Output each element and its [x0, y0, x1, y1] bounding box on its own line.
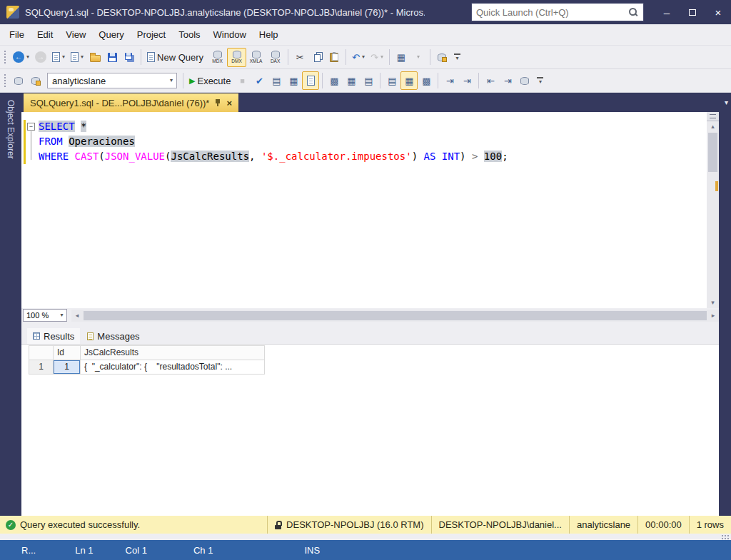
- estimated-plan-button[interactable]: ▩: [326, 71, 343, 90]
- save-button[interactable]: [104, 48, 121, 66]
- save-all-button[interactable]: [121, 48, 138, 66]
- add-item-icon: [71, 52, 79, 62]
- scroll-down-icon[interactable]: ▾: [707, 297, 719, 308]
- parse-button[interactable]: ✔: [251, 71, 268, 90]
- insert-mode-indicator: INS: [304, 545, 320, 556]
- grid-corner-cell[interactable]: [29, 346, 54, 360]
- sql-editor-toolbar: analyticslane ▾ ▶ Execute ■ ✔ ▤ ▦ ▩ ▦ ▤ …: [0, 69, 731, 93]
- add-item-button[interactable]: ▾: [68, 48, 86, 66]
- column-header-id[interactable]: Id: [54, 346, 81, 360]
- redo-button[interactable]: ↷ ▾: [368, 48, 386, 66]
- quick-launch-box[interactable]: [471, 3, 644, 21]
- new-query-button[interactable]: New Query: [144, 48, 208, 66]
- activity-monitor-button[interactable]: [433, 48, 450, 66]
- document-list-caret-icon[interactable]: ▾: [725, 98, 728, 106]
- decrease-indent-button[interactable]: ⇤: [482, 71, 499, 90]
- column-header-jscalcresults[interactable]: JsCalcResults: [81, 346, 265, 360]
- menu-window[interactable]: Window: [207, 24, 253, 46]
- quick-launch-input[interactable]: [472, 7, 629, 18]
- toolbar-grip[interactable]: [4, 73, 6, 88]
- toolbar-separator: [380, 73, 380, 88]
- copy-button[interactable]: [308, 48, 326, 66]
- redo-caret-icon: ▾: [380, 54, 383, 60]
- back-history-caret-icon: ▾: [26, 54, 29, 60]
- tab-results[interactable]: Results: [27, 328, 80, 344]
- comment-button[interactable]: ⇥: [441, 71, 458, 90]
- cancel-query-button[interactable]: ■: [233, 71, 251, 90]
- toolbar1-overflow-button[interactable]: ▾: [454, 54, 460, 61]
- scroll-right-icon[interactable]: ▸: [707, 312, 719, 319]
- sqlcmd-mode-button[interactable]: [516, 71, 533, 90]
- code-line[interactable]: WHERE CAST(JSON_VALUE(JsCalcResults, '$.…: [39, 149, 719, 164]
- toolbar-grip[interactable]: [4, 50, 6, 64]
- uncomment-icon: ⇥: [463, 76, 471, 86]
- forward-icon: →: [35, 51, 46, 63]
- tab-close-icon[interactable]: ×: [226, 98, 232, 108]
- results-to-text-button[interactable]: ▤: [383, 71, 400, 90]
- results-to-file-button[interactable]: ▩: [418, 71, 435, 90]
- designer-options-button[interactable]: ▾: [410, 48, 427, 66]
- menu-file[interactable]: File: [3, 24, 31, 46]
- menu-project[interactable]: Project: [131, 24, 172, 46]
- zoom-combo[interactable]: 100 % ▾: [23, 309, 67, 322]
- new-project-button[interactable]: ▾: [49, 48, 68, 66]
- query-designer-button[interactable]: ▦: [393, 48, 410, 66]
- intellisense-icon: [307, 76, 315, 86]
- id-value-cell[interactable]: 1: [54, 360, 81, 375]
- navigate-forward-button[interactable]: →: [32, 48, 49, 66]
- intellisense-button[interactable]: [302, 71, 319, 90]
- change-connection-button[interactable]: [27, 71, 44, 90]
- object-explorer-autohide-tab[interactable]: Object Explorer: [0, 93, 21, 516]
- close-button[interactable]: ×: [705, 0, 731, 24]
- tab-sqlquery1[interactable]: SQLQuery1.sql - DE...POLJBJ\daniel (76))…: [24, 93, 238, 112]
- code-editor[interactable]: − SELECT *FROM OperacionesWHERE CAST(JSO…: [21, 112, 719, 308]
- row-header-cell[interactable]: 1: [29, 360, 54, 375]
- scrollbar-track[interactable]: [707, 173, 719, 297]
- scroll-left-icon[interactable]: ◂: [71, 312, 83, 319]
- maximize-button[interactable]: [680, 0, 705, 24]
- pane-splitter[interactable]: [21, 322, 719, 328]
- results-to-grid-button[interactable]: ▦: [400, 71, 418, 90]
- menu-tools[interactable]: Tools: [172, 24, 206, 46]
- tab-messages[interactable]: Messages: [81, 328, 145, 344]
- connect-button[interactable]: [10, 71, 27, 90]
- code-lines[interactable]: SELECT *FROM OperacionesWHERE CAST(JSON_…: [21, 112, 719, 164]
- dmx-query-button[interactable]: DMX: [227, 48, 246, 67]
- xmla-query-button[interactable]: XMLA: [246, 48, 266, 67]
- uncomment-button[interactable]: ⇥: [458, 71, 475, 90]
- paste-button[interactable]: [326, 48, 343, 66]
- increase-indent-button[interactable]: ⇥: [499, 71, 516, 90]
- resize-strip[interactable]: [0, 534, 731, 540]
- dax-query-button[interactable]: DAX: [266, 48, 285, 67]
- hscrollbar-thumb[interactable]: [84, 311, 707, 320]
- minimize-button[interactable]: –: [654, 0, 680, 24]
- toolbar-separator: [438, 73, 438, 88]
- editor-horizontal-scrollbar[interactable]: ◂ ▸: [71, 310, 719, 322]
- menu-query[interactable]: Query: [92, 24, 130, 46]
- menu-edit[interactable]: Edit: [31, 24, 59, 46]
- undo-button[interactable]: ↶ ▾: [349, 48, 368, 66]
- results-tabstrip: Results Messages: [21, 328, 719, 344]
- pin-icon[interactable]: [214, 98, 221, 107]
- results-tab-label: Results: [44, 331, 74, 342]
- fold-collapse-icon[interactable]: −: [27, 123, 35, 131]
- jscalcresults-value-cell[interactable]: { "_calculator": { "resultadosTotal": ..…: [81, 360, 265, 375]
- mdx-query-button[interactable]: MDX: [208, 48, 227, 67]
- back-icon: ←: [13, 51, 24, 63]
- code-line[interactable]: FROM Operaciones: [39, 134, 719, 149]
- cut-button[interactable]: ✂: [291, 48, 308, 66]
- menu-help[interactable]: Help: [253, 24, 285, 46]
- navigate-back-button[interactable]: ← ▾: [10, 48, 32, 66]
- actual-plan-button[interactable]: ▦: [343, 71, 360, 90]
- execute-button[interactable]: ▶ Execute: [186, 71, 233, 90]
- template-parameters-button[interactable]: ▤: [268, 71, 285, 90]
- open-file-button[interactable]: [86, 48, 104, 66]
- sqlcmd-mode-icon: [520, 77, 529, 85]
- code-line[interactable]: SELECT *: [39, 119, 719, 134]
- server-name: DESKTOP-NPOLJBJ (16.0 RTM): [286, 519, 423, 530]
- menu-view[interactable]: View: [59, 24, 92, 46]
- live-query-stats-button[interactable]: ▤: [360, 71, 377, 90]
- query-options-button[interactable]: ▦: [285, 71, 302, 90]
- toolbar2-overflow-button[interactable]: ▾: [537, 77, 543, 85]
- available-databases-combo[interactable]: analyticslane ▾: [47, 73, 177, 88]
